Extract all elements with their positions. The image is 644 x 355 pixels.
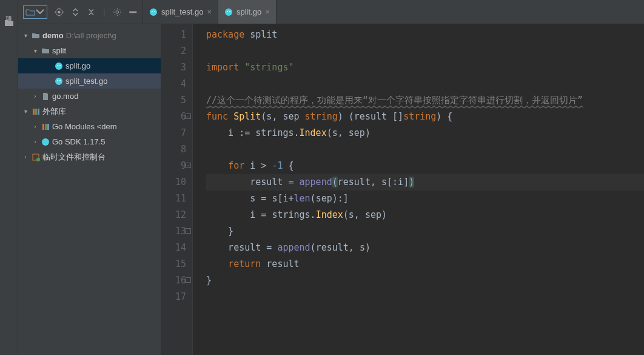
- fold-toggle-icon[interactable]: −: [186, 113, 191, 119]
- fold-toggle-icon[interactable]: [186, 277, 191, 283]
- gutter-line[interactable]: 9−: [161, 158, 186, 174]
- svg-point-12: [59, 65, 61, 66]
- gutter-line[interactable]: 16: [161, 272, 186, 289]
- code-editor[interactable]: 123456−789−1011121314151617 package spli…: [161, 24, 644, 355]
- fold-toggle-icon[interactable]: −: [186, 163, 191, 168]
- tree-label: demo: [42, 31, 64, 40]
- code-line[interactable]: i = strings.Index(s, sep): [206, 207, 644, 223]
- chevron-down-icon[interactable]: ▾: [22, 32, 29, 39]
- fold-toggle-icon[interactable]: [186, 228, 191, 234]
- gutter-line[interactable]: 2: [161, 43, 186, 59]
- gutter-line[interactable]: 8: [161, 141, 186, 158]
- svg-point-6: [154, 11, 155, 12]
- code-line[interactable]: [206, 289, 644, 305]
- code-line[interactable]: package split: [206, 27, 644, 43]
- code-line[interactable]: result = append(result, s[:i]): [206, 174, 644, 191]
- code-line[interactable]: i := strings.Index(s, sep): [206, 125, 644, 141]
- folder-icon: [4, 18, 14, 28]
- gutter-line[interactable]: 6−: [161, 109, 186, 125]
- gutter-line[interactable]: 10: [161, 174, 186, 191]
- tree-folder-split[interactable]: ▾ split: [18, 43, 161, 58]
- tab-label: split_test.go: [161, 7, 203, 16]
- svg-rect-3: [130, 12, 136, 13]
- code-line[interactable]: }: [206, 223, 644, 240]
- svg-rect-16: [33, 109, 35, 115]
- gutter-line[interactable]: 14: [161, 240, 186, 256]
- tree-file-split-test-go[interactable]: split_test.go: [18, 73, 161, 89]
- tree-path: D:\all project\g: [66, 31, 116, 40]
- tool-window-bar[interactable]: 项目: [0, 0, 18, 355]
- gear-icon[interactable]: [113, 7, 122, 17]
- svg-rect-18: [38, 109, 39, 115]
- gutter-line[interactable]: 1: [161, 27, 186, 43]
- gutter-line[interactable]: 5: [161, 92, 186, 109]
- gutter-line[interactable]: 4: [161, 76, 186, 92]
- chevron-down-icon[interactable]: ▾: [32, 47, 39, 54]
- code-line[interactable]: s = s[i+len(sep):]: [206, 191, 644, 207]
- close-icon[interactable]: ×: [207, 7, 212, 16]
- code-line[interactable]: result = append(result, s): [206, 240, 644, 256]
- project-toolbar: |: [18, 0, 143, 24]
- chevron-right-icon[interactable]: ›: [22, 154, 29, 160]
- tree-file-gomod[interactable]: › go.mod: [18, 89, 161, 104]
- gutter[interactable]: 123456−789−1011121314151617: [161, 24, 193, 355]
- tree-go-modules[interactable]: › Go Modules <dem: [18, 119, 161, 134]
- close-icon[interactable]: ×: [265, 7, 270, 16]
- code-line[interactable]: //这个一个待测试的程序，功能是用来“对一个字符串按照指定字符串进行切割，并返回…: [206, 92, 644, 109]
- go-file-icon: [149, 8, 158, 16]
- tree-file-split-go[interactable]: split.go: [18, 58, 161, 73]
- chevron-down-icon: [35, 7, 45, 17]
- chevron-right-icon[interactable]: ›: [32, 93, 39, 100]
- code-line[interactable]: func Split(s, sep string) (result []stri…: [206, 109, 644, 125]
- target-icon[interactable]: [55, 7, 64, 17]
- tree-label: split.go: [65, 61, 90, 70]
- tab-label: split.go: [236, 7, 261, 16]
- gutter-line[interactable]: 12: [161, 207, 186, 223]
- tab-split-test-go[interactable]: split_test.go ×: [143, 0, 218, 24]
- chevron-down-icon[interactable]: ▾: [22, 108, 29, 115]
- tab-split-go[interactable]: split.go ×: [218, 0, 277, 24]
- select-opened-file-button[interactable]: [23, 5, 47, 19]
- chevron-right-icon[interactable]: ›: [32, 123, 39, 130]
- collapse-all-icon[interactable]: [87, 7, 96, 17]
- gutter-line[interactable]: 7: [161, 125, 186, 141]
- toolbar-divider: |: [103, 7, 105, 16]
- gutter-line[interactable]: 11: [161, 191, 186, 207]
- go-file-icon: [55, 77, 63, 86]
- gutter-line[interactable]: 17: [161, 289, 186, 305]
- svg-rect-21: [47, 124, 49, 130]
- tree-label: 外部库: [42, 106, 66, 117]
- gutter-line[interactable]: 15: [161, 256, 186, 272]
- tree-scratches[interactable]: › 临时文件和控制台: [18, 149, 161, 164]
- svg-rect-20: [45, 124, 47, 130]
- code-line[interactable]: }: [206, 272, 644, 289]
- svg-point-5: [152, 11, 153, 12]
- code-line[interactable]: [206, 76, 644, 92]
- svg-point-14: [57, 80, 58, 81]
- gutter-line[interactable]: 3: [161, 59, 186, 76]
- minimize-icon[interactable]: [129, 7, 138, 17]
- tree-go-sdk[interactable]: › Go SDK 1.17.5: [18, 134, 161, 149]
- svg-point-11: [57, 65, 58, 66]
- code-line[interactable]: for i > -1 {: [206, 158, 644, 174]
- scratch-icon: [32, 153, 40, 161]
- body-row: ▾ demo D:\all project\g ▾ split split.go…: [18, 24, 644, 355]
- svg-point-24: [36, 158, 40, 161]
- svg-point-4: [150, 8, 157, 16]
- expand-all-icon[interactable]: [71, 7, 80, 17]
- file-icon: [41, 92, 50, 101]
- tree-label: 临时文件和控制台: [42, 152, 106, 163]
- code-line[interactable]: return result: [206, 256, 644, 272]
- tree-root-demo[interactable]: ▾ demo D:\all project\g: [18, 28, 161, 43]
- code-line[interactable]: import "strings": [206, 59, 644, 76]
- chevron-right-icon[interactable]: ›: [32, 138, 39, 145]
- svg-point-7: [225, 8, 232, 16]
- project-tree[interactable]: ▾ demo D:\all project\g ▾ split split.go…: [18, 24, 161, 355]
- code-line[interactable]: [206, 141, 644, 158]
- code-area[interactable]: package split import "strings" //这个一个待测试…: [193, 24, 644, 355]
- svg-rect-19: [42, 124, 44, 130]
- tree-label: split_test.go: [65, 76, 107, 86]
- code-line[interactable]: [206, 43, 644, 59]
- tree-external-libs[interactable]: ▾ 外部库: [18, 104, 161, 119]
- gutter-line[interactable]: 13: [161, 223, 186, 240]
